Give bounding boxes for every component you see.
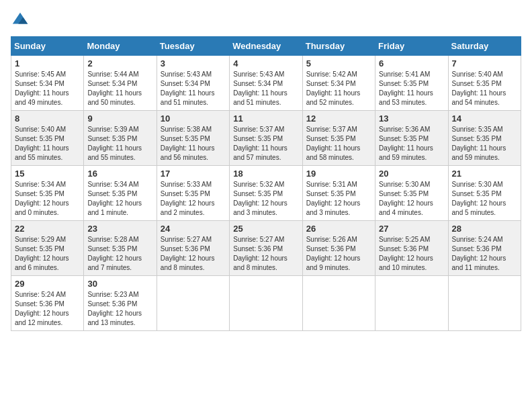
calendar-cell: 25 Sunrise: 5:27 AMSunset: 5:36 PMDaylig…	[230, 221, 302, 276]
calendar-cell: 5 Sunrise: 5:42 AMSunset: 5:34 PMDayligh…	[302, 56, 375, 111]
col-header-wednesday: Wednesday	[230, 37, 302, 56]
calendar-cell: 22 Sunrise: 5:29 AMSunset: 5:35 PMDaylig…	[11, 221, 84, 276]
day-info: Sunrise: 5:30 AMSunset: 5:35 PMDaylight:…	[379, 181, 433, 216]
day-number: 18	[233, 169, 298, 179]
day-number: 23	[87, 224, 152, 234]
day-info: Sunrise: 5:34 AMSunset: 5:35 PMDaylight:…	[87, 181, 142, 216]
day-info: Sunrise: 5:45 AMSunset: 5:34 PMDaylight:…	[15, 71, 69, 106]
day-info: Sunrise: 5:44 AMSunset: 5:34 PMDaylight:…	[87, 71, 142, 106]
day-info: Sunrise: 5:27 AMSunset: 5:36 PMDaylight:…	[233, 236, 287, 271]
calendar-cell: 20 Sunrise: 5:30 AMSunset: 5:35 PMDaylig…	[375, 166, 448, 221]
day-info: Sunrise: 5:38 AMSunset: 5:35 PMDaylight:…	[161, 126, 215, 161]
calendar-cell: 19 Sunrise: 5:31 AMSunset: 5:35 PMDaylig…	[302, 166, 375, 221]
calendar-cell	[230, 276, 302, 331]
calendar-cell: 11 Sunrise: 5:37 AMSunset: 5:35 PMDaylig…	[230, 111, 302, 166]
day-info: Sunrise: 5:40 AMSunset: 5:35 PMDaylight:…	[15, 126, 69, 161]
calendar-cell	[448, 276, 521, 331]
day-info: Sunrise: 5:37 AMSunset: 5:35 PMDaylight:…	[306, 126, 361, 161]
day-number: 2	[87, 58, 152, 68]
day-number: 8	[15, 113, 80, 124]
day-info: Sunrise: 5:43 AMSunset: 5:34 PMDaylight:…	[233, 71, 287, 106]
col-header-friday: Friday	[375, 37, 448, 56]
day-number: 4	[233, 58, 298, 68]
calendar-cell: 7 Sunrise: 5:40 AMSunset: 5:35 PMDayligh…	[448, 56, 521, 111]
day-info: Sunrise: 5:39 AMSunset: 5:35 PMDaylight:…	[87, 126, 142, 161]
day-number: 12	[306, 113, 371, 124]
logo	[11, 11, 32, 30]
day-number: 27	[379, 224, 444, 234]
calendar-cell	[375, 276, 448, 331]
day-info: Sunrise: 5:24 AMSunset: 5:36 PMDaylight:…	[452, 236, 506, 271]
day-info: Sunrise: 5:25 AMSunset: 5:36 PMDaylight:…	[379, 236, 433, 271]
calendar-cell: 26 Sunrise: 5:26 AMSunset: 5:36 PMDaylig…	[302, 221, 375, 276]
calendar-cell: 24 Sunrise: 5:27 AMSunset: 5:36 PMDaylig…	[157, 221, 229, 276]
col-header-thursday: Thursday	[302, 37, 375, 56]
day-info: Sunrise: 5:40 AMSunset: 5:35 PMDaylight:…	[452, 71, 506, 106]
day-info: Sunrise: 5:43 AMSunset: 5:34 PMDaylight:…	[161, 71, 215, 106]
day-info: Sunrise: 5:26 AMSunset: 5:36 PMDaylight:…	[306, 236, 361, 271]
day-number: 10	[161, 113, 226, 124]
calendar-cell: 13 Sunrise: 5:36 AMSunset: 5:35 PMDaylig…	[375, 111, 448, 166]
calendar-week-row: 22 Sunrise: 5:29 AMSunset: 5:35 PMDaylig…	[11, 221, 521, 276]
calendar-cell: 23 Sunrise: 5:28 AMSunset: 5:35 PMDaylig…	[84, 221, 157, 276]
day-number: 5	[306, 58, 371, 68]
day-info: Sunrise: 5:34 AMSunset: 5:35 PMDaylight:…	[15, 181, 69, 216]
day-info: Sunrise: 5:31 AMSunset: 5:35 PMDaylight:…	[306, 181, 361, 216]
day-number: 30	[87, 279, 152, 289]
calendar-cell: 21 Sunrise: 5:30 AMSunset: 5:35 PMDaylig…	[448, 166, 521, 221]
calendar-cell: 9 Sunrise: 5:39 AMSunset: 5:35 PMDayligh…	[84, 111, 157, 166]
day-info: Sunrise: 5:36 AMSunset: 5:35 PMDaylight:…	[379, 126, 433, 161]
day-number: 6	[379, 58, 444, 68]
calendar-cell: 2 Sunrise: 5:44 AMSunset: 5:34 PMDayligh…	[84, 56, 157, 111]
calendar-cell: 8 Sunrise: 5:40 AMSunset: 5:35 PMDayligh…	[11, 111, 84, 166]
day-info: Sunrise: 5:29 AMSunset: 5:35 PMDaylight:…	[15, 236, 69, 271]
day-info: Sunrise: 5:33 AMSunset: 5:35 PMDaylight:…	[161, 181, 215, 216]
day-number: 19	[306, 169, 371, 179]
page-header	[11, 11, 521, 30]
col-header-monday: Monday	[84, 37, 157, 56]
calendar-cell: 10 Sunrise: 5:38 AMSunset: 5:35 PMDaylig…	[157, 111, 229, 166]
calendar-cell: 28 Sunrise: 5:24 AMSunset: 5:36 PMDaylig…	[448, 221, 521, 276]
col-header-saturday: Saturday	[448, 37, 521, 56]
day-number: 17	[161, 169, 226, 179]
logo-icon	[11, 11, 30, 30]
day-info: Sunrise: 5:24 AMSunset: 5:36 PMDaylight:…	[15, 291, 69, 326]
calendar-cell: 15 Sunrise: 5:34 AMSunset: 5:35 PMDaylig…	[11, 166, 84, 221]
day-number: 11	[233, 113, 298, 124]
day-info: Sunrise: 5:23 AMSunset: 5:36 PMDaylight:…	[87, 291, 142, 326]
day-number: 9	[87, 113, 152, 124]
calendar-cell	[302, 276, 375, 331]
calendar-cell: 16 Sunrise: 5:34 AMSunset: 5:35 PMDaylig…	[84, 166, 157, 221]
day-number: 22	[15, 224, 80, 234]
col-header-tuesday: Tuesday	[157, 37, 229, 56]
day-info: Sunrise: 5:35 AMSunset: 5:35 PMDaylight:…	[452, 126, 506, 161]
day-info: Sunrise: 5:32 AMSunset: 5:35 PMDaylight:…	[233, 181, 287, 216]
day-info: Sunrise: 5:30 AMSunset: 5:35 PMDaylight:…	[452, 181, 506, 216]
calendar-cell: 29 Sunrise: 5:24 AMSunset: 5:36 PMDaylig…	[11, 276, 84, 331]
day-info: Sunrise: 5:41 AMSunset: 5:35 PMDaylight:…	[379, 71, 433, 106]
day-info: Sunrise: 5:37 AMSunset: 5:35 PMDaylight:…	[233, 126, 287, 161]
day-number: 26	[306, 224, 371, 234]
calendar-cell: 18 Sunrise: 5:32 AMSunset: 5:35 PMDaylig…	[230, 166, 302, 221]
day-number: 3	[161, 58, 226, 68]
calendar-cell	[157, 276, 229, 331]
day-number: 13	[379, 113, 444, 124]
calendar-cell: 27 Sunrise: 5:25 AMSunset: 5:36 PMDaylig…	[375, 221, 448, 276]
day-info: Sunrise: 5:28 AMSunset: 5:35 PMDaylight:…	[87, 236, 142, 271]
day-info: Sunrise: 5:27 AMSunset: 5:36 PMDaylight:…	[161, 236, 215, 271]
calendar-table: SundayMondayTuesdayWednesdayThursdayFrid…	[11, 36, 521, 331]
calendar-week-row: 15 Sunrise: 5:34 AMSunset: 5:35 PMDaylig…	[11, 166, 521, 221]
day-number: 21	[452, 169, 517, 179]
col-header-sunday: Sunday	[11, 37, 84, 56]
day-number: 20	[379, 169, 444, 179]
calendar-week-row: 8 Sunrise: 5:40 AMSunset: 5:35 PMDayligh…	[11, 111, 521, 166]
calendar-header-row: SundayMondayTuesdayWednesdayThursdayFrid…	[11, 37, 521, 56]
calendar-cell: 14 Sunrise: 5:35 AMSunset: 5:35 PMDaylig…	[448, 111, 521, 166]
day-number: 15	[15, 169, 80, 179]
day-number: 28	[452, 224, 517, 234]
day-number: 25	[233, 224, 298, 234]
calendar-cell: 12 Sunrise: 5:37 AMSunset: 5:35 PMDaylig…	[302, 111, 375, 166]
calendar-cell: 30 Sunrise: 5:23 AMSunset: 5:36 PMDaylig…	[84, 276, 157, 331]
calendar-cell: 4 Sunrise: 5:43 AMSunset: 5:34 PMDayligh…	[230, 56, 302, 111]
day-number: 29	[15, 279, 80, 289]
